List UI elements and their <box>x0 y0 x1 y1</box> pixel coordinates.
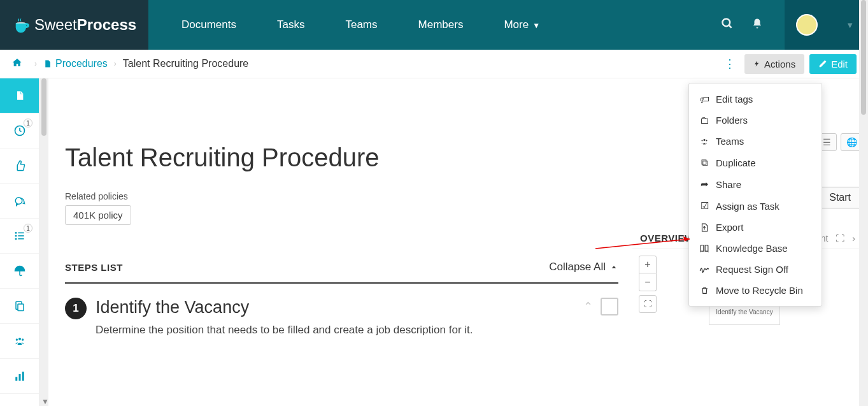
sidebar-tasks[interactable]: 1 <box>0 219 39 254</box>
folder-icon: 🗀 <box>699 115 709 126</box>
menu-knowledge-base[interactable]: Knowledge Base <box>689 238 822 259</box>
tag-icon: 🏷 <box>699 94 709 105</box>
edit-icon <box>818 59 827 68</box>
actions-button[interactable]: Actions <box>744 54 804 74</box>
overview-title: OVERVIEW <box>640 233 694 243</box>
start-button[interactable]: Start <box>817 187 863 208</box>
scroll-track-right[interactable] <box>859 0 868 406</box>
copy-icon: ⧉ <box>699 157 709 168</box>
sidebar-thumbs[interactable] <box>0 149 39 184</box>
menu-teams[interactable]: Teams <box>689 131 822 152</box>
svg-rect-16 <box>22 372 24 381</box>
nav-more[interactable]: More▼ <box>483 18 560 31</box>
zoom-fit[interactable]: ⛶ <box>639 295 657 313</box>
svg-point-9 <box>15 238 16 239</box>
zoom-in[interactable]: + <box>639 256 657 273</box>
search-icon[interactable] <box>721 17 734 33</box>
svg-point-7 <box>15 233 16 233</box>
step-desc: Determine the position that needs to be … <box>96 324 574 337</box>
sidebar-team[interactable] <box>0 324 39 359</box>
comments-icon <box>13 195 26 207</box>
zoom-controls: + − ⛶ <box>639 256 657 313</box>
zoom-out[interactable]: − <box>639 273 657 291</box>
svg-rect-10 <box>18 304 24 311</box>
page-title: Talent Recruiting Procedure <box>65 143 621 172</box>
badge: 1 <box>24 224 32 233</box>
menu-duplicate[interactable]: ⧉Duplicate <box>689 152 822 173</box>
logo-cup-icon <box>14 17 31 33</box>
logo[interactable]: SweetProcess <box>0 0 148 50</box>
policy-chip[interactable]: 401K policy <box>65 205 131 225</box>
sidebar-copy[interactable] <box>0 289 39 324</box>
collapse-all[interactable]: Collapse All <box>549 261 618 273</box>
thumbs-up-icon <box>14 160 25 171</box>
svg-point-11 <box>18 338 21 340</box>
nav-documents[interactable]: Documents <box>161 18 257 31</box>
breadcrumb-actions: ⋮ Actions Edit <box>720 54 857 74</box>
sidebar-comments[interactable] <box>0 184 39 219</box>
step-title: Identify the Vacancy <box>96 298 574 317</box>
sidebar-history[interactable]: 1 <box>0 113 39 149</box>
scroll-track-left[interactable]: ▼ <box>39 78 48 406</box>
book-icon <box>699 244 709 253</box>
team-icon <box>13 336 27 346</box>
breadcrumb-procedures[interactable]: Procedures <box>43 58 108 69</box>
sidebar-umbrella[interactable] <box>0 254 39 289</box>
chart-icon <box>14 370 25 382</box>
signature-icon <box>699 266 709 273</box>
user-menu[interactable]: ▼ <box>785 0 868 50</box>
svg-point-19 <box>706 140 708 141</box>
menu-request-sign-off[interactable]: Request Sign Off <box>689 259 822 280</box>
step-controls: ⌃ <box>583 298 618 315</box>
list-icon <box>13 231 26 241</box>
nav-members[interactable]: Members <box>398 18 484 31</box>
chevron-up-icon[interactable]: ⌃ <box>583 300 593 314</box>
related-policies-label: Related policies <box>65 191 621 201</box>
steps-list-label: STEPS LIST <box>65 262 123 273</box>
menu-share[interactable]: ➦Share <box>689 173 822 195</box>
steps-panel: STEPS LIST Collapse All 1 Identify the V… <box>62 249 621 348</box>
logo-text: SweetProcess <box>34 16 136 34</box>
team-icon <box>699 138 709 145</box>
chevron-right-icon[interactable]: › <box>852 233 855 243</box>
flow-node-label: Identify the Vacancy <box>716 308 772 315</box>
svg-rect-14 <box>15 377 17 381</box>
umbrella-icon <box>13 265 26 277</box>
chevron-down-icon: ▼ <box>532 21 540 30</box>
menu-export[interactable]: Export <box>689 217 822 238</box>
step-row: 1 Identify the Vacancy Determine the pos… <box>65 284 618 337</box>
avatar <box>796 14 818 36</box>
actions-dropdown: 🏷Edit tags 🗀Folders Teams ⧉Duplicate ➦Sh… <box>688 83 822 307</box>
svg-point-1 <box>723 19 730 27</box>
svg-point-18 <box>702 140 703 141</box>
menu-recycle-bin[interactable]: Move to Recycle Bin <box>689 280 822 301</box>
sidebar-stats[interactable] <box>0 359 39 394</box>
header-right: ▼ <box>712 0 868 50</box>
main-column: Talent Recruiting Procedure Related poli… <box>48 78 632 406</box>
nav-teams[interactable]: Teams <box>325 18 397 31</box>
step-number: 1 <box>65 298 87 319</box>
export-icon <box>699 222 709 233</box>
step-checkbox[interactable] <box>601 298 618 315</box>
svg-line-2 <box>729 25 732 28</box>
menu-assign-task[interactable]: ☑Assign as Task <box>689 195 822 217</box>
breadcrumb-bar: › Procedures › Talent Recruiting Procedu… <box>0 50 868 78</box>
expand-icon[interactable]: ⛶ <box>836 233 844 243</box>
svg-rect-15 <box>18 374 20 381</box>
doc-icon <box>15 89 25 102</box>
svg-point-12 <box>15 338 17 340</box>
bell-icon[interactable] <box>751 17 763 33</box>
more-dots-icon[interactable]: ⋮ <box>720 57 739 71</box>
menu-edit-tags[interactable]: 🏷Edit tags <box>689 89 822 110</box>
home-icon[interactable] <box>11 57 23 70</box>
edit-button[interactable]: Edit <box>809 54 857 74</box>
bolt-icon <box>753 59 760 69</box>
chevron-down-icon: ▼ <box>846 20 854 30</box>
sidebar-doc[interactable] <box>0 78 39 113</box>
nav-tasks[interactable]: Tasks <box>257 18 325 31</box>
share-icon: ➦ <box>699 178 709 190</box>
breadcrumb-sep: › <box>114 59 117 68</box>
sidebar: 1 1 <box>0 78 39 406</box>
trash-icon <box>699 286 709 295</box>
menu-folders[interactable]: 🗀Folders <box>689 110 822 131</box>
